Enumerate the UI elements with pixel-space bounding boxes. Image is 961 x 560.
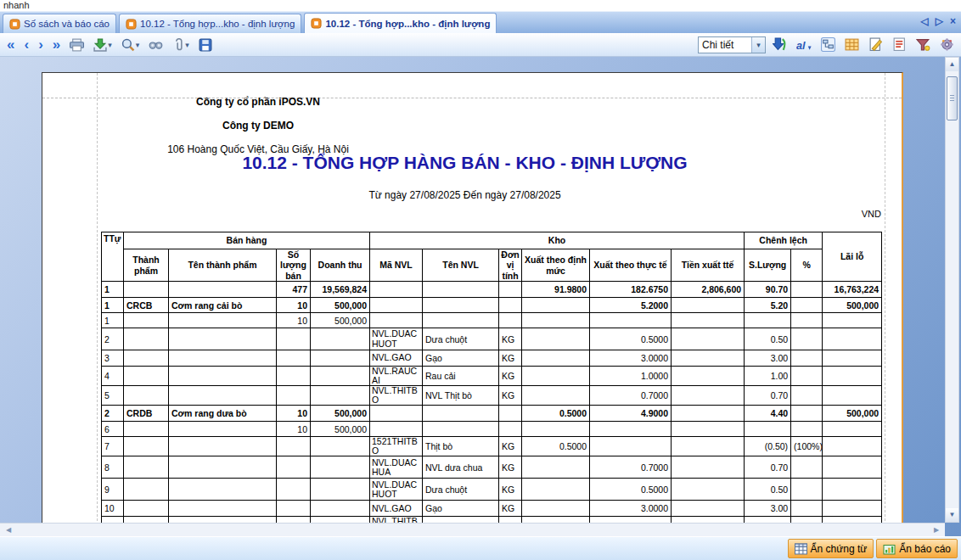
table-cell: 3.0000 (590, 501, 672, 517)
tab-list: Số sách và báo cáo 10.12 - Tổng hợp...kh… (0, 13, 497, 33)
table-cell (169, 282, 277, 298)
table-cell (124, 282, 169, 298)
company-name: Công ty cổ phần iPOS.VN (101, 96, 415, 108)
editing-fields-button[interactable] (891, 36, 908, 53)
export-button[interactable]: ▾ (92, 37, 114, 53)
export-dropdown-icon[interactable]: ▾ (108, 41, 112, 49)
table-cell: 3 (102, 350, 124, 367)
table-cell (672, 313, 745, 328)
tab-report-1012-active[interactable]: 10.12 - Tổng hợp...kho - định lượng (304, 13, 497, 33)
zoom-button[interactable]: ▾ (120, 37, 142, 53)
table-cell (277, 456, 311, 479)
table-cell (590, 422, 672, 437)
table-cell (311, 328, 370, 350)
table-cell (311, 479, 370, 501)
horizontal-scrollbar[interactable]: ◀ ▶ (0, 523, 945, 536)
scroll-down-icon[interactable]: ▼ (946, 508, 958, 522)
attachment-button[interactable]: ▾ (171, 37, 191, 53)
table-cell: 3.00 (745, 501, 791, 517)
next-page-icon[interactable]: › (37, 37, 45, 53)
filter-button[interactable] (914, 37, 932, 53)
binoculars-icon (149, 39, 163, 51)
table-cell (791, 350, 823, 367)
first-page-icon[interactable]: « (5, 37, 16, 53)
report-chart-icon (883, 543, 896, 555)
top-strip: nhanh (0, 0, 961, 11)
table-cell (791, 298, 823, 313)
tab-scroll-right-icon[interactable]: ▷ (936, 15, 943, 27)
view-mode-dropdown-icon[interactable]: ▾ (751, 37, 765, 53)
tab-so-sach-va-bao-cao[interactable]: Số sách và báo cáo (3, 14, 116, 33)
table-cell (791, 386, 823, 406)
tab-label: 10.12 - Tổng hợp...kho - định lượng (140, 19, 295, 29)
table-cell (370, 313, 423, 328)
table-cell: 9 (102, 479, 124, 501)
view-mode-value: Chi tiết (699, 39, 751, 51)
magnifier-icon (121, 38, 135, 52)
table-cell: (0.50) (745, 437, 791, 456)
vertical-scrollbar[interactable]: ▲ ▼ (945, 57, 959, 523)
table-cell (124, 313, 169, 328)
report-table: TTự Bán hàng Kho Chênh lệch Lãi lỗ Thành… (101, 232, 882, 536)
grid-view-button[interactable] (843, 36, 861, 53)
zoom-dropdown-icon[interactable]: ▾ (136, 41, 140, 49)
table-cell: Thịt bò (423, 437, 499, 456)
table-cell: 3.0000 (590, 350, 672, 367)
table-cell (745, 313, 791, 328)
table-cell: 90.70 (745, 282, 791, 298)
tab-document-icon (126, 19, 137, 30)
customize-button[interactable] (938, 36, 956, 53)
table-cell (522, 422, 590, 437)
report-table-body: 147719,569,82491.9800182.67502,806,60090… (102, 282, 882, 536)
attachment-dropdown-icon[interactable]: ▾ (185, 41, 189, 49)
table-cell: KG (499, 328, 522, 350)
table-cell: NVL.DUACHUOT (370, 479, 423, 501)
table-cell: 16,763,224 (823, 282, 882, 298)
tab-report-1012-inactive[interactable]: 10.12 - Tổng hợp...kho - định lượng (119, 14, 301, 33)
drill-down-button[interactable] (771, 36, 789, 53)
table-cell: 1 (102, 313, 124, 328)
table-cell (672, 328, 745, 350)
tab-document-icon (311, 18, 322, 29)
table-row: 8NVL.DUACHUANVL dưa chuaKG0.70000.70 (102, 456, 882, 479)
hide-report-button[interactable]: Ẩn báo cáo (876, 539, 958, 558)
scroll-right-icon[interactable]: ▶ (930, 524, 943, 536)
print-button[interactable] (68, 37, 86, 53)
table-cell (370, 422, 423, 437)
table-cell (823, 350, 882, 367)
last-page-icon[interactable]: » (51, 37, 62, 53)
scroll-up-icon[interactable]: ▲ (946, 58, 958, 71)
table-cell (791, 313, 823, 328)
sort-button[interactable]: al (795, 37, 813, 52)
table-cell: 0.5000 (590, 479, 672, 501)
table-cell (672, 386, 745, 406)
save-button[interactable] (197, 37, 214, 53)
scroll-left-icon[interactable]: ◀ (2, 524, 15, 536)
vertical-scrollbar-thumb[interactable] (947, 76, 958, 120)
table-cell (745, 422, 791, 437)
prev-page-icon[interactable]: ‹ (22, 37, 31, 53)
search-button[interactable] (147, 38, 165, 52)
report-date-range: Từ ngày 27/08/2025 Đến ngày 27/08/2025 (101, 189, 829, 201)
table-cell (169, 313, 277, 328)
table-cell (522, 456, 590, 479)
table-cell (423, 422, 499, 437)
table-cell (124, 328, 169, 350)
page-setup-icon (868, 37, 883, 52)
table-cell: 2 (102, 406, 124, 422)
tab-close-icon[interactable]: × (950, 15, 956, 27)
table-cell (124, 456, 169, 479)
hide-voucher-button[interactable]: Ẩn chứng từ (788, 539, 874, 558)
table-cell (672, 456, 745, 479)
table-cell: 0.50 (745, 328, 791, 350)
document-map-button[interactable] (819, 36, 837, 53)
table-cell: 1521THITBO (370, 437, 423, 456)
table-cell: 10 (277, 406, 311, 422)
table-cell (522, 298, 590, 313)
view-mode-select[interactable]: Chi tiết ▾ (698, 36, 766, 53)
col-header-tien-xuat: Tiền xuất ttế (672, 249, 745, 282)
view-options-icons: al (771, 36, 956, 53)
hide-report-label: Ẩn báo cáo (899, 543, 951, 555)
tab-scroll-left-icon[interactable]: ◁ (921, 15, 929, 27)
page-setup-button[interactable] (867, 36, 885, 53)
